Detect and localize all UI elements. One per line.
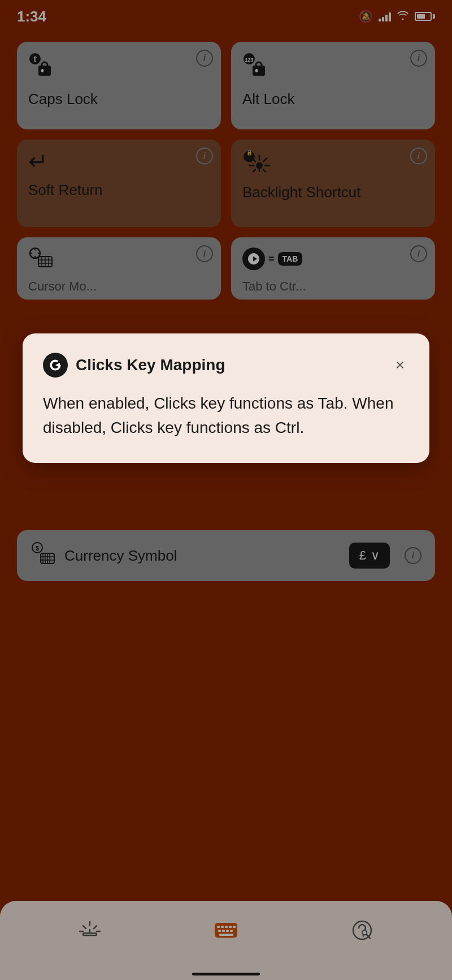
modal-title-row: Clicks Key Mapping (43, 353, 225, 378)
modal-body-text: When enabled, Clicks key functions as Ta… (43, 391, 409, 440)
modal-title: Clicks Key Mapping (76, 356, 225, 374)
modal-header: Clicks Key Mapping × (43, 353, 409, 378)
modal-close-button[interactable]: × (391, 355, 409, 375)
modal-dialog: Clicks Key Mapping × When enabled, Click… (23, 333, 429, 463)
clicks-logo-icon (43, 353, 68, 378)
modal-overlay[interactable]: Clicks Key Mapping × When enabled, Click… (0, 0, 452, 980)
